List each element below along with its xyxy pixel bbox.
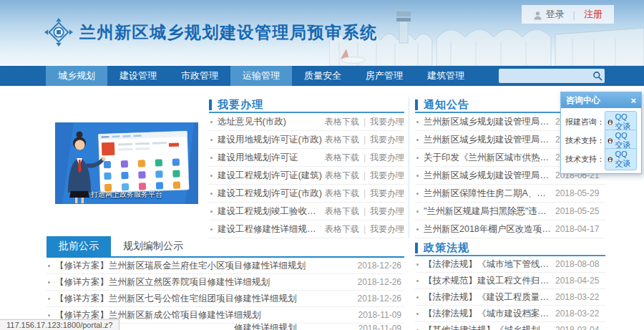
policy-date: 2018-03-22 xyxy=(555,292,605,302)
bullet-icon xyxy=(416,210,419,213)
login-button[interactable]: 登录 xyxy=(533,8,565,21)
service-name[interactable]: 建设工程规划竣工验收合格书 xyxy=(218,205,325,218)
apply-link[interactable]: 我要办理 xyxy=(370,223,404,236)
notice-title[interactable]: 兰州新区城乡规划建设管理局关于2018年... xyxy=(424,170,551,182)
service-actions: 表格下载 | 我要办理 xyxy=(325,152,404,164)
service-name[interactable]: 建设工程规划许可证(建筑) xyxy=(218,170,325,182)
bureau-logo-icon xyxy=(44,18,73,47)
publicity-row: 【修详方案】兰州新区瑞辰金兰府住宅小区项目修建性详细规划 2018-12-26 xyxy=(47,258,404,274)
policy-row: 【其他法律法规】《城乡规划违法违纪行... 2018-03-04 xyxy=(415,322,605,330)
apply-link[interactable]: 我要办理 xyxy=(370,152,404,164)
publicity-date: 2018-12-26 xyxy=(358,261,404,271)
notice-title[interactable]: 关于印发《兰州新区城市供热用热管理暂行... xyxy=(424,152,551,164)
nav-item-architecture[interactable]: 建筑管理 xyxy=(415,66,477,86)
nav-item-transport[interactable]: 运输管理 xyxy=(230,66,292,86)
apply-link[interactable]: 我要办理 xyxy=(370,116,404,128)
nav-item-urban-planning[interactable]: 城乡规划 xyxy=(46,66,107,86)
action-separator: | xyxy=(364,135,366,145)
section-accent-bar xyxy=(415,100,418,110)
publicity-title[interactable]: 修建性详细规划 xyxy=(234,322,358,330)
section-accent-bar xyxy=(209,100,212,110)
policy-date: 2018-03-04 xyxy=(555,325,605,330)
notice-title[interactable]: 兰州新区城乡规划建设管理局关于转发《甘... xyxy=(424,134,551,146)
bullet-icon xyxy=(416,157,419,159)
service-row: 建设工程规划竣工验收合格书 表格下载 | 我要办理 xyxy=(209,203,404,220)
qq-chat-button[interactable]: QQ交谈 xyxy=(605,148,637,170)
bullet-icon xyxy=(210,139,213,141)
promo-video[interactable]: 打造网上政务服务平台 xyxy=(55,122,198,204)
tab-planning-compilation-publicity[interactable]: 规划编制公示 xyxy=(111,236,195,256)
bullet-icon xyxy=(416,296,419,299)
publicity-title[interactable]: 【修详方案】兰州新区瑞辰金兰府住宅小区项目修建性详细规划 xyxy=(55,260,352,272)
form-download-link[interactable]: 表格下载 xyxy=(325,223,359,236)
nav-item-real-estate[interactable]: 房产管理 xyxy=(353,66,415,86)
nav-item-municipal[interactable]: 市政管理 xyxy=(169,66,230,86)
publicity-row: 【修详方案】兰州新区七号公馆住宅组团项目修建性详细规划 2018-12-26 xyxy=(47,291,404,307)
policy-title[interactable]: 【其他法律法规】《城乡规划违法违纪行... xyxy=(424,324,551,330)
main-nav: 城乡规划 建设管理 市政管理 运输管理 质量安全 房产管理 建筑管理 xyxy=(0,66,644,86)
service-row: 选址意见书(市政) 表格下载 | 我要办理 xyxy=(209,113,404,131)
service-actions: 表格下载 | 我要办理 xyxy=(325,116,404,128)
bullet-icon xyxy=(416,175,419,177)
bullet-icon xyxy=(210,157,213,159)
nav-item-construction[interactable]: 建设管理 xyxy=(107,66,169,86)
notice-title[interactable]: "兰州新区规建局扫黑除恶"违法线索举报电... xyxy=(424,205,551,218)
publicity-title[interactable]: 【修详方案】兰州新区七号公馆住宅组团项目修建性详细规划 xyxy=(55,293,352,305)
bullet-icon xyxy=(416,313,419,315)
policy-row: 【法律法规】《城市建设档案管理规定》 2018-03-22 xyxy=(415,306,605,322)
policy-title[interactable]: 【法律法规】《建设工程质量管理条例》 xyxy=(424,291,551,304)
service-row: 建设工程规划许可证(建筑) 表格下载 | 我要办理 xyxy=(209,167,404,185)
apply-link[interactable]: 我要办理 xyxy=(370,188,404,200)
form-download-link[interactable]: 表格下载 xyxy=(325,116,359,128)
qq-chat-label: QQ交谈 xyxy=(615,112,633,132)
apply-link[interactable]: 我要办理 xyxy=(370,134,404,146)
policies-title: 政策法规 xyxy=(424,241,469,255)
search-icon[interactable] xyxy=(592,71,602,81)
bullet-icon xyxy=(210,210,213,213)
policy-title[interactable]: 【技术规范】建设工程文件归档编制规范 xyxy=(424,275,551,287)
close-icon[interactable]: × xyxy=(630,96,636,105)
video-caption: 打造网上政务服务平台 xyxy=(55,190,198,200)
notice-title[interactable]: 兰州新区2018年棚户区改造项目政府购买... xyxy=(424,223,551,236)
form-download-link[interactable]: 表格下载 xyxy=(325,188,359,200)
qq-penguin-icon xyxy=(608,155,613,164)
auth-bar: 登录 | 注册 xyxy=(522,5,614,24)
notice-title[interactable]: 兰州新区保障性住房二期A、C区项目政府... xyxy=(424,188,551,200)
service-actions: 表格下载 | 我要办理 xyxy=(325,188,404,200)
form-download-link[interactable]: 表格下载 xyxy=(325,205,359,218)
user-icon xyxy=(533,11,542,20)
service-name[interactable]: 建设工程规划许可证(市政) xyxy=(218,188,325,200)
tab-pre-approval-publicity[interactable]: 批前公示 xyxy=(47,236,111,256)
service-name[interactable]: 选址意见书(市政) xyxy=(218,116,325,128)
site-title: 兰州新区城乡规划建设管理局预审系统 xyxy=(79,21,378,44)
header-banner: 登录 | 注册 兰州新区城乡规划建设管理局预审系统 xyxy=(0,0,644,66)
consult-label: 技术支持： xyxy=(565,135,605,146)
bullet-icon xyxy=(48,298,50,300)
form-download-link[interactable]: 表格下载 xyxy=(325,152,359,164)
notice-title[interactable]: 兰州新区城乡规划建设管理局档案整理及电... xyxy=(424,116,551,128)
apply-link[interactable]: 我要办理 xyxy=(370,170,404,182)
publicity-date: 2018-12-26 xyxy=(358,293,404,304)
policy-date: 2018-03-22 xyxy=(555,309,605,319)
apply-link[interactable]: 我要办理 xyxy=(370,205,404,218)
nav-item-quality-safety[interactable]: 质量安全 xyxy=(292,66,353,86)
policy-date: 2018-04-25 xyxy=(555,276,605,286)
search-input[interactable] xyxy=(502,69,587,83)
policy-title[interactable]: 【法律法规】《城市地下管线工程档案管理... xyxy=(424,258,551,271)
consult-row: 技术支持： QQ交谈 xyxy=(565,131,637,150)
service-actions: 表格下载 | 我要办理 xyxy=(325,134,404,146)
service-name[interactable]: 建设工程修建性详细规划审定 xyxy=(218,223,325,236)
policy-row: 【法律法规】《城市地下管线工程档案管理... 2018-08-08 xyxy=(415,256,605,273)
bullet-icon xyxy=(210,193,213,195)
form-download-link[interactable]: 表格下载 xyxy=(325,170,359,182)
policy-title[interactable]: 【法律法规】《城市建设档案管理规定》 xyxy=(424,308,551,320)
register-button[interactable]: 注册 xyxy=(584,8,602,21)
publicity-title[interactable]: 【修详方案】兰州新区立然医养院项目修建性详细规划 xyxy=(55,276,352,288)
notice-date: 2018-05-29 xyxy=(555,188,605,198)
bullet-icon xyxy=(416,263,419,266)
service-name[interactable]: 建设用地规划许可证(市政) xyxy=(218,134,325,146)
service-name[interactable]: 建设用地规划许可证 xyxy=(218,152,325,164)
form-download-link[interactable]: 表格下载 xyxy=(325,134,359,146)
section-policies: 政策法规 【法律法规】《城市地下管线工程档案管理... 2018-08-08 【… xyxy=(415,241,605,330)
action-separator: | xyxy=(364,152,366,162)
